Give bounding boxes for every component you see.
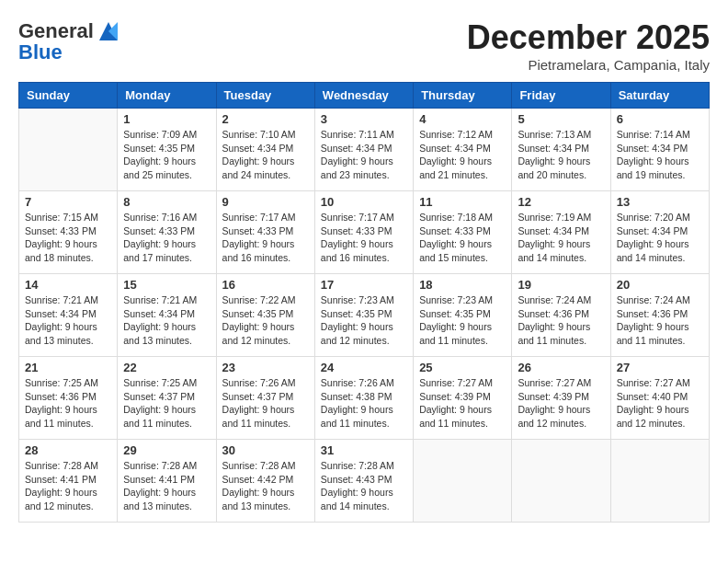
logo: General Blue	[18, 18, 121, 64]
day-number: 15	[123, 278, 210, 292]
day-number: 26	[518, 361, 604, 374]
day-info: Sunrise: 7:10 AMSunset: 4:34 PMDaylight:…	[222, 128, 309, 182]
day-number: 7	[25, 195, 111, 209]
day-number: 17	[321, 278, 407, 292]
day-info: Sunrise: 7:18 AMSunset: 4:33 PMDaylight:…	[419, 211, 506, 265]
page-header: General Blue December 2025 Pietramelara,…	[18, 18, 710, 73]
calendar-cell: 25Sunrise: 7:27 AMSunset: 4:39 PMDayligh…	[414, 357, 512, 440]
day-number: 13	[617, 195, 703, 209]
day-number: 8	[123, 195, 210, 209]
calendar-cell	[610, 440, 709, 523]
calendar-cell: 11Sunrise: 7:18 AMSunset: 4:33 PMDayligh…	[414, 191, 512, 274]
calendar-cell: 19Sunrise: 7:24 AMSunset: 4:36 PMDayligh…	[512, 274, 610, 357]
day-number: 23	[222, 361, 309, 374]
day-number: 10	[321, 195, 407, 209]
day-info: Sunrise: 7:28 AMSunset: 4:41 PMDaylight:…	[25, 459, 111, 513]
day-number: 30	[222, 443, 309, 457]
day-info: Sunrise: 7:24 AMSunset: 4:36 PMDaylight:…	[617, 293, 703, 348]
day-info: Sunrise: 7:21 AMSunset: 4:34 PMDaylight:…	[25, 293, 111, 348]
calendar-cell: 31Sunrise: 7:28 AMSunset: 4:43 PMDayligh…	[314, 440, 413, 523]
column-header-saturday: Saturday	[610, 83, 709, 109]
calendar-cell: 12Sunrise: 7:19 AMSunset: 4:34 PMDayligh…	[512, 191, 610, 274]
column-header-monday: Monday	[118, 83, 216, 109]
day-info: Sunrise: 7:26 AMSunset: 4:37 PMDaylight:…	[222, 376, 309, 431]
column-header-sunday: Sunday	[19, 83, 118, 109]
day-number: 29	[123, 443, 210, 457]
month-title: December 2025	[467, 18, 710, 57]
day-info: Sunrise: 7:25 AMSunset: 4:37 PMDaylight:…	[123, 376, 210, 431]
calendar-cell: 18Sunrise: 7:23 AMSunset: 4:35 PMDayligh…	[414, 274, 512, 357]
title-block: December 2025 Pietramelara, Campania, It…	[467, 18, 710, 73]
day-number: 6	[617, 112, 703, 126]
day-info: Sunrise: 7:24 AMSunset: 4:36 PMDaylight:…	[518, 293, 604, 348]
day-number: 28	[25, 443, 111, 457]
day-number: 9	[222, 195, 309, 209]
calendar-cell: 14Sunrise: 7:21 AMSunset: 4:34 PMDayligh…	[19, 274, 118, 357]
day-number: 16	[222, 278, 309, 292]
day-number: 3	[321, 112, 407, 126]
calendar-cell: 4Sunrise: 7:12 AMSunset: 4:34 PMDaylight…	[414, 109, 512, 191]
column-header-friday: Friday	[512, 83, 610, 109]
day-info: Sunrise: 7:13 AMSunset: 4:34 PMDaylight:…	[518, 128, 604, 182]
day-info: Sunrise: 7:21 AMSunset: 4:34 PMDaylight:…	[123, 293, 210, 348]
logo-icon	[96, 18, 121, 44]
week-row-1: 1Sunrise: 7:09 AMSunset: 4:35 PMDaylight…	[19, 109, 710, 191]
calendar-cell: 24Sunrise: 7:26 AMSunset: 4:38 PMDayligh…	[314, 357, 413, 440]
day-info: Sunrise: 7:27 AMSunset: 4:40 PMDaylight:…	[617, 376, 703, 431]
calendar-cell: 30Sunrise: 7:28 AMSunset: 4:42 PMDayligh…	[216, 440, 314, 523]
day-number: 12	[518, 195, 604, 209]
location-text: Pietramelara, Campania, Italy	[467, 57, 710, 73]
day-info: Sunrise: 7:16 AMSunset: 4:33 PMDaylight:…	[123, 211, 210, 265]
day-info: Sunrise: 7:26 AMSunset: 4:38 PMDaylight:…	[321, 376, 407, 431]
calendar-cell: 22Sunrise: 7:25 AMSunset: 4:37 PMDayligh…	[118, 357, 216, 440]
calendar-cell: 3Sunrise: 7:11 AMSunset: 4:34 PMDaylight…	[314, 109, 413, 191]
calendar-cell: 21Sunrise: 7:25 AMSunset: 4:36 PMDayligh…	[19, 357, 118, 440]
day-info: Sunrise: 7:19 AMSunset: 4:34 PMDaylight:…	[518, 211, 604, 265]
day-number: 19	[518, 278, 604, 292]
day-info: Sunrise: 7:15 AMSunset: 4:33 PMDaylight:…	[25, 211, 111, 265]
day-number: 4	[419, 112, 506, 126]
calendar-cell: 27Sunrise: 7:27 AMSunset: 4:40 PMDayligh…	[610, 357, 709, 440]
day-number: 14	[25, 278, 111, 292]
day-info: Sunrise: 7:17 AMSunset: 4:33 PMDaylight:…	[321, 211, 407, 265]
day-info: Sunrise: 7:11 AMSunset: 4:34 PMDaylight:…	[321, 128, 407, 182]
calendar-cell: 2Sunrise: 7:10 AMSunset: 4:34 PMDaylight…	[216, 109, 314, 191]
day-info: Sunrise: 7:28 AMSunset: 4:42 PMDaylight:…	[222, 459, 309, 513]
column-header-thursday: Thursday	[414, 83, 512, 109]
calendar-cell	[414, 440, 512, 523]
calendar-cell: 17Sunrise: 7:23 AMSunset: 4:35 PMDayligh…	[314, 274, 413, 357]
day-number: 11	[419, 195, 506, 209]
calendar-cell: 29Sunrise: 7:28 AMSunset: 4:41 PMDayligh…	[118, 440, 216, 523]
day-number: 18	[419, 278, 506, 292]
day-info: Sunrise: 7:14 AMSunset: 4:34 PMDaylight:…	[617, 128, 703, 182]
day-info: Sunrise: 7:27 AMSunset: 4:39 PMDaylight:…	[419, 376, 506, 431]
day-number: 24	[321, 361, 407, 374]
day-info: Sunrise: 7:12 AMSunset: 4:34 PMDaylight:…	[419, 128, 506, 182]
calendar-cell: 6Sunrise: 7:14 AMSunset: 4:34 PMDaylight…	[610, 109, 709, 191]
calendar-cell: 28Sunrise: 7:28 AMSunset: 4:41 PMDayligh…	[19, 440, 118, 523]
calendar-cell: 10Sunrise: 7:17 AMSunset: 4:33 PMDayligh…	[314, 191, 413, 274]
day-number: 20	[617, 278, 703, 292]
day-info: Sunrise: 7:27 AMSunset: 4:39 PMDaylight:…	[518, 376, 604, 431]
day-number: 27	[617, 361, 703, 374]
day-info: Sunrise: 7:23 AMSunset: 4:35 PMDaylight:…	[321, 293, 407, 348]
day-info: Sunrise: 7:22 AMSunset: 4:35 PMDaylight:…	[222, 293, 309, 348]
day-info: Sunrise: 7:20 AMSunset: 4:34 PMDaylight:…	[617, 211, 703, 265]
day-info: Sunrise: 7:09 AMSunset: 4:35 PMDaylight:…	[123, 128, 210, 182]
calendar-cell: 5Sunrise: 7:13 AMSunset: 4:34 PMDaylight…	[512, 109, 610, 191]
day-number: 1	[123, 112, 210, 126]
calendar-cell: 7Sunrise: 7:15 AMSunset: 4:33 PMDaylight…	[19, 191, 118, 274]
day-info: Sunrise: 7:28 AMSunset: 4:41 PMDaylight:…	[123, 459, 210, 513]
calendar-cell: 15Sunrise: 7:21 AMSunset: 4:34 PMDayligh…	[118, 274, 216, 357]
week-row-3: 14Sunrise: 7:21 AMSunset: 4:34 PMDayligh…	[19, 274, 710, 357]
day-info: Sunrise: 7:23 AMSunset: 4:35 PMDaylight:…	[419, 293, 506, 348]
day-info: Sunrise: 7:28 AMSunset: 4:43 PMDaylight:…	[321, 459, 407, 513]
day-number: 21	[25, 361, 111, 374]
calendar-table: SundayMondayTuesdayWednesdayThursdayFrid…	[18, 82, 710, 523]
column-header-wednesday: Wednesday	[314, 83, 413, 109]
calendar-header-row: SundayMondayTuesdayWednesdayThursdayFrid…	[19, 83, 710, 109]
calendar-cell: 13Sunrise: 7:20 AMSunset: 4:34 PMDayligh…	[610, 191, 709, 274]
day-number: 31	[321, 443, 407, 457]
day-number: 25	[419, 361, 506, 374]
column-header-tuesday: Tuesday	[216, 83, 314, 109]
